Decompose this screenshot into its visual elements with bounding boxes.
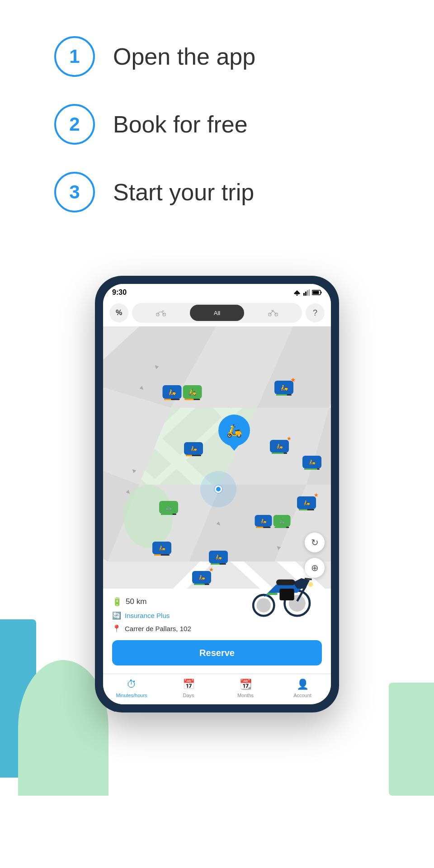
help-button[interactable]: ? (306, 303, 325, 322)
pin-right[interactable]: 🛵 (302, 456, 321, 468)
pin-mid-left[interactable]: 🛵 (184, 442, 203, 455)
nav-account-label: Account (293, 693, 311, 698)
refresh-icon: ↻ (311, 537, 319, 548)
tab-moto[interactable] (134, 305, 188, 321)
status-icons (293, 289, 322, 296)
pin-bottom-center[interactable]: 🛵 (209, 551, 228, 563)
filter-tabs: All (132, 303, 302, 323)
step-1-number: 1 (54, 36, 95, 77)
step-1: 1 Open the app (54, 36, 380, 77)
svg-rect-44 (267, 593, 278, 595)
step-3-text: Start your trip (113, 179, 254, 206)
help-icon: ? (313, 308, 317, 318)
filter-bar: % All (103, 299, 331, 326)
step-3-number: 3 (54, 172, 95, 212)
nav-months[interactable]: 📆 Months (217, 679, 274, 698)
refresh-button[interactable]: ↻ (305, 533, 325, 552)
pin-top-right[interactable]: 🛵 ★ (274, 381, 293, 394)
map-view[interactable]: ▲ ▲ ▲ ▲ ▲ ▲ 🛵 (103, 326, 331, 589)
nav-days[interactable]: 📅 Days (160, 679, 217, 698)
wifi-icon (293, 289, 301, 296)
svg-line-42 (305, 579, 312, 580)
step-2: 2 Book for free (54, 104, 380, 145)
battery-icon (312, 290, 322, 295)
pin-orange-star[interactable]: 🛵 ★ (297, 496, 316, 509)
step-1-text: Open the app (113, 43, 255, 70)
step-2-text: Book for free (113, 111, 248, 138)
map-pins: 🛵 🛵 🛵 (103, 326, 331, 589)
svg-point-39 (257, 598, 271, 612)
battery-indicator-icon: 🔋 (112, 597, 122, 607)
svg-rect-5 (307, 290, 308, 296)
pin-bottom-star[interactable]: 🛵 ★ (192, 571, 211, 584)
bottom-navigation: ⏱ Minutes/hours 📅 Days 📆 Months 👤 Accoun… (103, 674, 331, 704)
location-address: Carrer de Pallars, 102 (125, 625, 191, 632)
pin-cluster-2[interactable]: 🛵 🚲 (255, 515, 291, 527)
range-value: 50 km (126, 597, 146, 606)
location-info: 📍 Carrer de Pallars, 102 (112, 624, 322, 633)
svg-point-45 (308, 582, 313, 587)
tab-all-label: All (214, 310, 220, 316)
filter-percent-button[interactable]: % (109, 303, 128, 322)
signal-icon (303, 289, 310, 296)
scooter-image (243, 552, 326, 625)
user-location (200, 471, 236, 507)
steps-section: 1 Open the app 2 Book for free 3 Start y… (0, 0, 434, 267)
pin-selected[interactable]: 🛵 (218, 415, 250, 446)
reserve-button[interactable]: Reserve (112, 640, 322, 665)
nav-days-label: Days (183, 693, 194, 698)
vehicle-detail-panel: 🔋 50 km 🔄 Insurance Plus 📍 Carrer de Pal… (103, 589, 331, 674)
svg-rect-4 (305, 292, 307, 296)
phone-screen: 9:30 (103, 284, 331, 704)
nav-minutes-label: Minutes/hours (116, 693, 147, 698)
step-2-number: 2 (54, 104, 95, 145)
nav-months-label: Months (237, 693, 254, 698)
step-3: 3 Start your trip (54, 172, 380, 212)
phone-frame: 9:30 (95, 276, 339, 712)
svg-point-2 (297, 295, 298, 296)
nav-account[interactable]: 👤 Account (274, 679, 331, 698)
nav-minutes-hours[interactable]: ⏱ Minutes/hours (103, 679, 160, 698)
svg-rect-8 (321, 292, 322, 293)
moto-icon (156, 309, 166, 316)
person-icon: 👤 (297, 679, 309, 690)
status-bar: 9:30 (103, 284, 331, 299)
svg-rect-9 (313, 291, 319, 294)
calendar-months-icon: 📆 (240, 679, 252, 690)
insurance-label: Insurance Plus (125, 612, 170, 619)
svg-rect-6 (309, 289, 310, 296)
bike-icon (268, 309, 278, 316)
status-time: 9:30 (112, 288, 127, 297)
location-pin-icon: 📍 (112, 624, 121, 633)
phone-mockup: 9:30 (0, 276, 434, 712)
insurance-icon: 🔄 (112, 611, 121, 620)
svg-rect-3 (303, 293, 305, 296)
pin-mid-right[interactable]: 🛵 ★ (270, 440, 289, 453)
tab-all[interactable]: All (190, 305, 244, 321)
clock-icon: ⏱ (127, 679, 137, 690)
calendar-days-icon: 📅 (183, 679, 195, 690)
pin-bottom-left[interactable]: 🛵 (152, 542, 171, 554)
pin-green-bike[interactable]: 🚲 (159, 501, 178, 514)
tab-bike[interactable] (246, 305, 300, 321)
percent-label: % (116, 309, 122, 317)
svg-rect-43 (279, 589, 294, 600)
pin-cluster-1[interactable]: 🛵 🛵 (163, 385, 202, 399)
svg-rect-40 (276, 580, 295, 585)
